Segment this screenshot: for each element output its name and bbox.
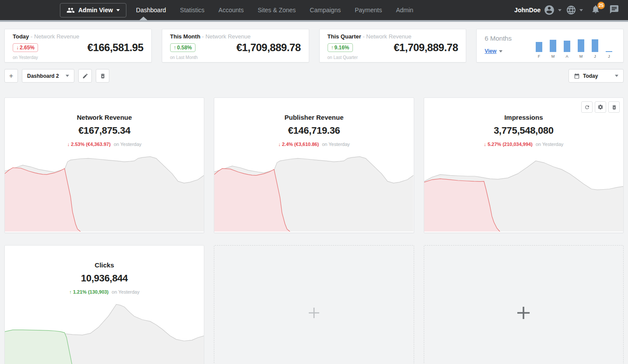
- widget-controls: [581, 101, 620, 113]
- widgets-grid: Network Revenue €167,875.34 ↓ 2.53% (€4,…: [4, 97, 624, 364]
- widget-value: 10,936,844: [5, 273, 204, 284]
- active-tab-pointer: [140, 17, 147, 20]
- refresh-icon: [584, 104, 590, 110]
- mini-bar-column: M: [549, 40, 557, 59]
- mini-bar-column: J: [605, 51, 613, 59]
- widget-publisher-revenue: Publisher Revenue €146,719.36 ↓ 2.4% (€3…: [214, 97, 414, 233]
- mini-bar: [564, 41, 570, 52]
- summary-period: This Month: [170, 33, 200, 40]
- summary-card-this-quarter: This Quarter - Network Revenue ↑9.16% €1…: [319, 29, 467, 62]
- change-percent: 2.65%: [20, 45, 35, 51]
- user-name: JohnDoe: [514, 7, 541, 14]
- nav-item-dashboard[interactable]: Dashboard: [129, 0, 173, 20]
- nav-item-statistics[interactable]: Statistics: [173, 0, 212, 20]
- six-months-view-dropdown[interactable]: View: [485, 48, 512, 54]
- clicks-chart: [5, 294, 204, 364]
- chevron-down-icon: [499, 50, 502, 52]
- mini-bar-label: A: [565, 54, 568, 59]
- nav-item-campaigns[interactable]: Campaigns: [303, 0, 348, 20]
- gear-icon: [597, 104, 604, 110]
- summary-card-header: This Month - Network Revenue: [170, 33, 301, 40]
- widget-title: Network Revenue: [5, 114, 204, 121]
- summary-card-today: Today - Network Revenue ↓2.65% €166,581.…: [4, 29, 152, 62]
- network-revenue-chart: [5, 146, 204, 232]
- chevron-down-icon: [66, 75, 69, 77]
- change-percent: 9.16%: [335, 45, 349, 51]
- add-widget-placeholder[interactable]: [424, 245, 624, 364]
- change-badge: ↑0.58%: [170, 43, 195, 52]
- summary-metric: - Network Revenue: [363, 33, 411, 40]
- compare-label: on Last Quarter: [328, 55, 458, 60]
- widget-title: Clicks: [5, 261, 204, 269]
- widget-network-revenue: Network Revenue €167,875.34 ↓ 2.53% (€4,…: [4, 97, 204, 233]
- summary-value: €166,581.95: [87, 42, 143, 54]
- edit-dashboard-button[interactable]: [78, 69, 92, 83]
- widget-clicks: Clicks 10,936,844 ↑ 1.21% (130,903) on Y…: [4, 245, 204, 364]
- trash-icon: [100, 73, 106, 79]
- summary-value: €1,709,889.78: [237, 42, 301, 54]
- dashboard-selector[interactable]: Dashboard 2: [22, 69, 74, 83]
- view-switcher-label: Admin View: [78, 7, 113, 14]
- user-menu[interactable]: JohnDoe: [514, 4, 562, 16]
- arrow-up-icon: ↑: [174, 45, 176, 51]
- notification-count-badge: 25: [597, 2, 605, 9]
- mini-bar-label: J: [594, 54, 596, 59]
- six-months-bar-chart: FMAMJJ: [535, 35, 615, 59]
- delete-dashboard-button[interactable]: [96, 69, 109, 83]
- notifications-button[interactable]: 25: [591, 4, 600, 16]
- compare-label: on Yesterday: [13, 55, 143, 60]
- impressions-chart: [424, 146, 623, 232]
- add-dashboard-button[interactable]: +: [4, 69, 18, 83]
- chevron-down-icon: [615, 75, 618, 77]
- chat-icon: [609, 4, 619, 14]
- mini-bar-label: J: [608, 54, 610, 59]
- widget-value: €167,875.34: [5, 125, 204, 136]
- pencil-icon: [82, 73, 88, 79]
- mini-bar-column: A: [563, 41, 571, 59]
- mini-bar: [606, 51, 612, 52]
- summary-period: Today: [13, 33, 29, 40]
- mini-bar-label: M: [551, 54, 555, 59]
- summary-card-this-month: This Month - Network Revenue ↑0.58% €1,7…: [162, 29, 309, 62]
- calendar-icon: [574, 73, 580, 79]
- widget-title: Impressions: [424, 114, 623, 121]
- nav-item-payments[interactable]: Payments: [348, 0, 389, 20]
- dashboard-toolbar: + Dashboard 2 Today: [4, 69, 624, 83]
- compare-label: on Last Month: [170, 55, 301, 60]
- summary-value: €1,709,889.78: [394, 42, 458, 54]
- date-range-value: Today: [583, 73, 598, 79]
- date-range-selector[interactable]: Today: [569, 69, 624, 83]
- change-badge: ↓2.65%: [13, 43, 38, 52]
- mini-bar-column: J: [591, 39, 599, 59]
- delete-widget-button[interactable]: [608, 101, 620, 113]
- dashboard-selector-value: Dashboard 2: [27, 73, 59, 79]
- nav-item-admin[interactable]: Admin: [389, 0, 420, 20]
- change-badge: ↑9.16%: [328, 43, 353, 52]
- trash-icon: [611, 104, 617, 110]
- nav-item-accounts[interactable]: Accounts: [212, 0, 251, 20]
- people-icon: [66, 6, 75, 14]
- widget-title: Publisher Revenue: [214, 114, 413, 121]
- summary-metric: - Network Revenue: [31, 33, 79, 40]
- widget-settings-button[interactable]: [595, 101, 606, 113]
- arrow-up-icon: ↑: [331, 45, 334, 51]
- plus-icon: +: [9, 72, 13, 80]
- admin-view-switcher[interactable]: Admin View: [60, 3, 126, 17]
- view-link[interactable]: View: [485, 48, 496, 54]
- main-nav: Dashboard Statistics Accounts Sites & Zo…: [129, 0, 420, 20]
- mini-bar: [592, 39, 598, 52]
- language-menu[interactable]: [566, 5, 583, 15]
- messages-button[interactable]: [609, 4, 619, 16]
- navbar-right-cluster: JohnDoe 25: [514, 4, 628, 16]
- summary-card-six-months: 6 Months View FMAMJJ: [476, 29, 624, 62]
- add-widget-icon: [516, 305, 531, 321]
- chevron-down-icon: [579, 9, 583, 11]
- add-widget-icon: [307, 306, 321, 320]
- add-widget-placeholder[interactable]: [214, 245, 414, 364]
- nav-item-sites-zones[interactable]: Sites & Zones: [251, 0, 303, 20]
- summary-period: This Quarter: [328, 33, 361, 40]
- refresh-widget-button[interactable]: [581, 101, 593, 113]
- mini-bar: [550, 40, 556, 52]
- mini-bar: [536, 42, 542, 52]
- chevron-down-icon: [116, 9, 120, 11]
